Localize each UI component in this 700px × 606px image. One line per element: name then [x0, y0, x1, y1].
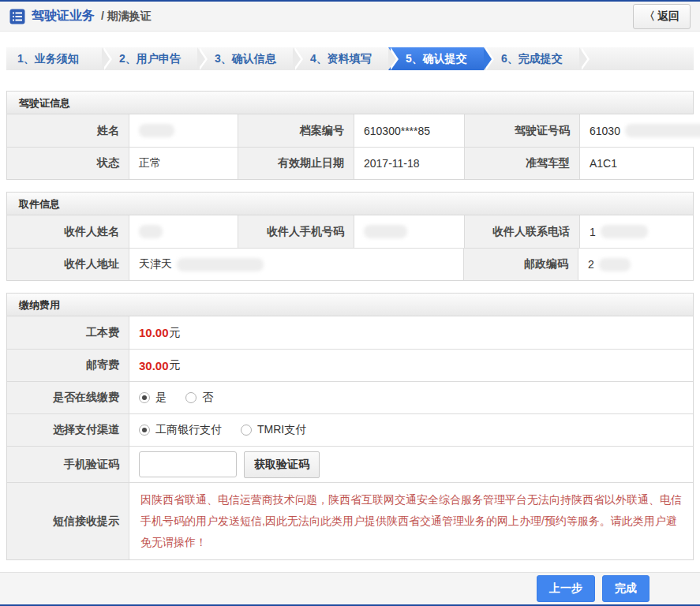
recipient-phone-value: 1 [579, 215, 693, 248]
pickup-section: 取件信息 收件人姓名 收件人手机号码 收件人联系电话 1 收件人地址 天津天 邮… [6, 192, 694, 281]
redacted-value [599, 258, 631, 271]
production-fee-label: 工本费 [7, 316, 129, 349]
header-title-group: 驾驶证业务 / 期满换证 [9, 8, 152, 24]
table-row: 收件人地址 天津天 邮政编码 2 [7, 248, 693, 280]
main-content: 1、业务须知 2、用户申告 3、确认信息 4、资料填写 5、确认提交 6、完成提… [0, 32, 700, 572]
header: 驾驶证业务 / 期满换证 〈 返回 [0, 2, 700, 32]
sms-notice-label: 短信接收提示 [7, 483, 129, 559]
expiry-date-label: 有效期止日期 [238, 148, 354, 179]
table-row: 是否在线缴费 是 否 [7, 381, 693, 413]
redacted-value [139, 225, 163, 238]
license-number-value: 61030 [579, 114, 700, 147]
redacted-value [625, 124, 700, 137]
file-number-value: 610300****85 [354, 114, 464, 147]
table-row: 手机验证码 获取验证码 [7, 446, 693, 482]
table-row: 姓名 档案编号 610300****85 驾驶证号码 61030 [7, 114, 693, 147]
mailing-fee-label: 邮寄费 [7, 350, 129, 381]
back-label: 返回 [657, 9, 679, 24]
radio-icon [139, 392, 150, 403]
step-2-user-declaration[interactable]: 2、用户申告 [102, 47, 197, 70]
step-6-complete-submit[interactable]: 6、完成提交 [484, 47, 579, 70]
recipient-address-prefix: 天津天 [139, 257, 172, 271]
step-5-confirm-submit[interactable]: 5、确认提交 [388, 47, 484, 70]
step-label: 6、完成提交 [501, 52, 563, 66]
radio-label: 工商银行支付 [155, 423, 222, 437]
table-row: 邮寄费 30.00元 [7, 349, 693, 381]
postal-code-prefix: 2 [588, 258, 594, 271]
file-number-label: 档案编号 [238, 114, 354, 147]
recipient-mobile-value [354, 215, 464, 248]
vehicle-type-value: A1C1 [579, 148, 693, 179]
postal-code-value: 2 [578, 249, 693, 280]
payment-section: 缴纳费用 工本费 10.00元 邮寄费 30.00元 是否在线缴费 是 [6, 293, 694, 560]
recipient-address-label: 收件人地址 [7, 249, 129, 280]
recipient-phone-prefix: 1 [590, 226, 596, 238]
step-label: 2、用户申告 [119, 52, 181, 66]
step-label: 4、资料填写 [310, 52, 372, 66]
sms-code-input[interactable] [139, 451, 237, 477]
vehicle-type-label: 准驾车型 [464, 148, 579, 179]
channel-icbc-radio[interactable]: 工商银行支付 [139, 423, 222, 437]
back-chevron-icon: 〈 [644, 9, 655, 24]
redacted-value [177, 258, 264, 271]
license-number-label: 驾驶证号码 [464, 114, 579, 147]
step-label: 1、业务须知 [17, 52, 79, 66]
step-nav: 1、业务须知 2、用户申告 3、确认信息 4、资料填写 5、确认提交 6、完成提… [6, 47, 694, 70]
table-row: 状态 正常 有效期止日期 2017-11-18 准驾车型 A1C1 [7, 147, 693, 179]
name-label: 姓名 [7, 114, 129, 147]
production-fee-value: 10.00元 [129, 316, 693, 349]
radio-label: 是 [155, 391, 167, 405]
channel-tmri-radio[interactable]: TMRI支付 [241, 423, 306, 437]
status-label: 状态 [7, 148, 129, 179]
license-section: 驾驶证信息 姓名 档案编号 610300****85 驾驶证号码 61030 状… [6, 91, 694, 180]
step-label: 5、确认提交 [406, 52, 467, 66]
breadcrumb-current: / 期满换证 [101, 9, 152, 24]
redacted-value [139, 124, 174, 137]
table-row: 收件人姓名 收件人手机号码 收件人联系电话 1 [7, 215, 693, 248]
recipient-name-label: 收件人姓名 [7, 215, 129, 248]
sms-notice-text: 因陕西省联通、电信运营商技术问题，陕西省互联网交通安全综合服务管理平台无法向持陕… [129, 483, 693, 559]
page: 驾驶证业务 / 期满换证 〈 返回 1、业务须知 2、用户申告 3、确认信息 4… [0, 0, 700, 606]
fee-unit: 元 [170, 326, 181, 340]
name-value [129, 114, 238, 147]
fee-unit: 元 [170, 358, 181, 372]
status-value: 正常 [129, 148, 238, 179]
online-pay-label: 是否在线缴费 [7, 382, 129, 413]
pickup-section-title: 取件信息 [7, 193, 693, 215]
expiry-date-value: 2017-11-18 [354, 148, 464, 179]
mailing-fee-value: 30.00元 [129, 350, 693, 381]
redacted-value [364, 225, 407, 238]
previous-step-button[interactable]: 上一步 [537, 575, 595, 602]
table-row: 工本费 10.00元 [7, 316, 693, 349]
list-icon [9, 9, 25, 24]
radio-icon [241, 425, 252, 436]
postal-code-label: 邮政编码 [463, 249, 578, 280]
redacted-value [601, 225, 648, 238]
recipient-name-value [129, 215, 238, 248]
sms-code-field: 获取验证码 [129, 447, 693, 482]
sms-code-label: 手机验证码 [7, 447, 129, 482]
radio-label: 否 [202, 391, 213, 405]
radio-icon [139, 425, 150, 436]
step-4-fill-data[interactable]: 4、资料填写 [293, 47, 388, 70]
step-3-confirm-info[interactable]: 3、确认信息 [197, 47, 293, 70]
step-1-business-notice[interactable]: 1、业务须知 [6, 47, 102, 70]
production-fee-amount: 10.00 [139, 326, 169, 339]
radio-icon [185, 392, 197, 403]
online-pay-no-radio[interactable]: 否 [185, 391, 213, 405]
table-row: 短信接收提示 因陕西省联通、电信运营商技术问题，陕西省互联网交通安全综合服务管理… [7, 482, 693, 559]
payment-channel-options: 工商银行支付 TMRI支付 [129, 414, 693, 446]
mailing-fee-amount: 30.00 [139, 359, 169, 372]
payment-channel-label: 选择支付渠道 [7, 414, 129, 446]
footer: 上一步 完成 [0, 572, 700, 604]
step-nav-tail [579, 47, 694, 70]
step-label: 3、确认信息 [215, 52, 276, 66]
get-code-button[interactable]: 获取验证码 [244, 451, 320, 478]
online-pay-yes-radio[interactable]: 是 [139, 391, 167, 405]
back-button[interactable]: 〈 返回 [633, 4, 691, 29]
page-title: 驾驶证业务 [32, 8, 95, 24]
radio-label: TMRI支付 [257, 423, 306, 437]
finish-button[interactable]: 完成 [602, 575, 649, 602]
recipient-phone-label: 收件人联系电话 [464, 215, 579, 248]
online-pay-options: 是 否 [129, 382, 693, 413]
